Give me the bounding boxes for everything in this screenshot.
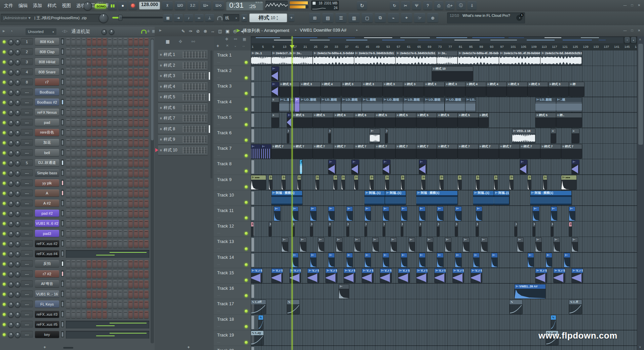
clip-header[interactable]: ⊢ xyxy=(419,207,425,211)
step-cell[interactable] xyxy=(66,200,70,207)
mode-switch[interactable]: PAT SONG xyxy=(95,1,106,8)
clip[interactable]: ≡样式 7 xyxy=(437,144,457,159)
step-cell[interactable] xyxy=(139,210,143,217)
channel-volume-knob[interactable] xyxy=(15,80,21,85)
clip-header[interactable]: ⊢ xyxy=(455,222,457,226)
clip-header[interactable]: ⊢V..r 52 xyxy=(251,269,262,273)
clip-header[interactable]: ⊢L..鼓组 xyxy=(362,98,383,102)
step-cell[interactable] xyxy=(123,260,128,268)
track-name[interactable]: Track 10 xyxy=(217,193,234,198)
step-cell[interactable] xyxy=(144,280,149,288)
clip-header[interactable]: ⊢ xyxy=(401,253,407,257)
step-cell[interactable] xyxy=(118,169,122,177)
channel-volume-knob[interactable] xyxy=(15,332,21,338)
clip[interactable]: ⊢ xyxy=(528,253,534,267)
track-header[interactable]: Track 1⋯ xyxy=(214,50,251,66)
step-cell[interactable] xyxy=(103,260,107,268)
clip[interactable]: ⊢ xyxy=(401,207,407,221)
clip[interactable]: ⊢▸▸▸ xyxy=(561,175,576,189)
step-cell[interactable] xyxy=(139,230,143,238)
step-cell[interactable] xyxy=(82,109,86,116)
channel-target-number[interactable]: --- xyxy=(21,280,33,287)
snap-selector[interactable]: 线▸ xyxy=(223,14,239,22)
clip[interactable]: ≡样式 3 xyxy=(549,82,569,96)
step-cell[interactable] xyxy=(134,301,138,308)
channel-enable-led[interactable] xyxy=(3,252,6,255)
track-options-icon[interactable]: ⋯ xyxy=(217,76,220,79)
track-options-icon[interactable]: ⋯ xyxy=(217,294,220,297)
clip[interactable]: ⊢V..r 52 xyxy=(554,269,565,283)
clip-header[interactable]: ⊢ xyxy=(341,175,345,180)
clip-header[interactable]: ⊢VWB1..39 A# xyxy=(515,284,545,289)
clip[interactable]: ∿r..off xyxy=(251,300,266,314)
step-cell[interactable] xyxy=(128,58,133,66)
clip-header[interactable]: ∿ xyxy=(551,315,556,320)
clip-header[interactable]: ⊢ xyxy=(401,207,407,211)
step-cell[interactable] xyxy=(92,200,96,207)
clip-header[interactable]: ⊢ xyxy=(370,175,373,180)
step-cell[interactable] xyxy=(128,89,133,96)
step-cell[interactable] xyxy=(97,58,102,66)
step-cell[interactable] xyxy=(92,58,96,66)
playlist-minimize-button[interactable]: — xyxy=(622,28,628,33)
channel-button[interactable]: rere音色 xyxy=(35,129,59,136)
step-cell[interactable] xyxy=(139,220,143,228)
track-header[interactable]: Track 2⋯ xyxy=(214,66,251,81)
menu-item-4[interactable]: 视图 xyxy=(59,0,74,11)
step-cell[interactable] xyxy=(134,240,138,248)
step-cell[interactable] xyxy=(71,78,76,86)
track-header[interactable]: Track 15⋯ xyxy=(214,268,251,284)
clip[interactable]: ⊢ xyxy=(463,238,469,252)
clip-header[interactable]: ⊢阿福..(1) xyxy=(385,191,406,195)
step-cell[interactable] xyxy=(71,290,76,298)
clip-header[interactable]: ≡样式 3 xyxy=(279,82,300,86)
clip-header[interactable]: ⊢ xyxy=(365,207,371,211)
step-cell[interactable] xyxy=(76,301,81,308)
step-cell[interactable] xyxy=(139,38,143,46)
clip-header[interactable]: ≡样式 3 xyxy=(300,82,320,86)
step-cell[interactable] xyxy=(128,109,133,116)
step-cell[interactable] xyxy=(108,78,112,86)
clip-header[interactable]: ≡样式 7 xyxy=(561,144,582,149)
channel-button[interactable]: pad #2 xyxy=(35,210,59,217)
step-cell[interactable] xyxy=(139,129,143,137)
step-cell[interactable] xyxy=(92,68,96,76)
clip-header[interactable]: ⊢ xyxy=(409,238,415,242)
step-cell[interactable] xyxy=(139,301,143,308)
channel-enable-led[interactable] xyxy=(3,172,6,175)
step-cell[interactable] xyxy=(66,139,70,147)
clip[interactable]: ⊢2e4e1c7e-50..4f.35-0eb6453cb2b1 xyxy=(499,51,540,65)
step-cell[interactable] xyxy=(87,280,91,288)
clip-header[interactable]: ⊢ xyxy=(347,207,353,211)
step-cell[interactable] xyxy=(103,179,107,187)
step-cell[interactable] xyxy=(108,119,112,127)
step-cell[interactable] xyxy=(118,210,122,217)
clip-header[interactable]: ⊢ xyxy=(383,222,385,226)
step-cell[interactable] xyxy=(66,68,70,76)
clip-header[interactable]: ∿r..ff xyxy=(569,300,582,304)
step-cell[interactable] xyxy=(123,179,128,187)
channel-volume-knob[interactable] xyxy=(15,282,21,287)
clip[interactable]: ⊢LO..鼓组 xyxy=(403,98,424,112)
step-cell[interactable] xyxy=(118,149,122,157)
step-cell[interactable] xyxy=(76,149,81,157)
channel-pan-knob[interactable] xyxy=(8,191,14,197)
maximize-button[interactable]: □ xyxy=(629,3,635,8)
rack-vertical-scrollbar[interactable] xyxy=(151,39,154,343)
step-cell[interactable] xyxy=(108,301,112,308)
step-cell[interactable] xyxy=(66,210,70,217)
step-cell[interactable] xyxy=(76,119,81,127)
step-cell[interactable] xyxy=(108,99,112,106)
clip-header[interactable]: ⊢阿福 - 擦擦(1) xyxy=(530,191,571,195)
step-cell[interactable] xyxy=(76,139,81,147)
clip[interactable]: ⊢ xyxy=(287,113,292,127)
clip[interactable]: ⊢ xyxy=(572,238,578,252)
clip[interactable]: ⊢ xyxy=(383,253,389,267)
step-cell[interactable] xyxy=(144,189,149,197)
clip-header[interactable]: ⊢ xyxy=(383,160,390,164)
step-cell[interactable] xyxy=(103,301,107,308)
step-cell[interactable] xyxy=(108,311,112,318)
track-options-icon[interactable]: ⋯ xyxy=(217,232,220,235)
clip-header[interactable]: ≡样式 7 xyxy=(292,144,313,149)
step-cell[interactable] xyxy=(87,220,91,228)
